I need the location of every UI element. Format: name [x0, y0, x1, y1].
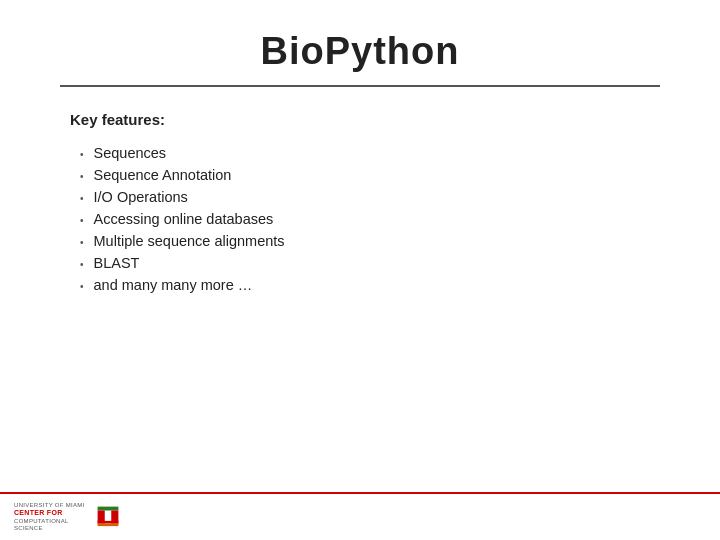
list-item-text: Sequences: [94, 145, 167, 161]
university-label: UNIVERSITY OF MIAMI: [14, 502, 85, 509]
section-label: Key features:: [70, 111, 660, 128]
slide: BioPython Key features: •Sequences•Seque…: [0, 0, 720, 540]
list-item-text: BLAST: [94, 255, 140, 271]
university-logo: [95, 504, 121, 530]
list-item: •BLAST: [80, 252, 660, 274]
list-item-text: Multiple sequence alignments: [94, 233, 285, 249]
svg-rect-3: [97, 521, 118, 524]
bullet-dot: •: [80, 193, 84, 204]
bullet-dot: •: [80, 237, 84, 248]
list-item-text: Sequence Annotation: [94, 167, 232, 183]
list-item-text: I/O Operations: [94, 189, 188, 205]
bullet-list: •Sequences•Sequence Annotation•I/O Opera…: [80, 142, 660, 296]
center-label3: SCIENCE: [14, 525, 85, 532]
list-item: •Sequence Annotation: [80, 164, 660, 186]
slide-title: BioPython: [60, 30, 660, 73]
footer: UNIVERSITY OF MIAMI CENTER for COMPUTATI…: [0, 492, 720, 540]
list-item: •Multiple sequence alignments: [80, 230, 660, 252]
bullet-dot: •: [80, 171, 84, 182]
bullet-dot: •: [80, 149, 84, 160]
center-label: CENTER for: [14, 509, 85, 517]
title-area: BioPython: [60, 0, 660, 87]
bullet-dot: •: [80, 215, 84, 226]
bullet-dot: •: [80, 259, 84, 270]
footer-logo-text: UNIVERSITY OF MIAMI CENTER for COMPUTATI…: [14, 502, 85, 532]
list-item: •Accessing online databases: [80, 208, 660, 230]
svg-rect-0: [97, 507, 118, 511]
bullet-dot: •: [80, 281, 84, 292]
list-item: •Sequences: [80, 142, 660, 164]
list-item: •I/O Operations: [80, 186, 660, 208]
svg-rect-4: [97, 524, 118, 527]
list-item-text: Accessing online databases: [94, 211, 274, 227]
list-item-text: and many many more …: [94, 277, 253, 293]
center-label2: COMPUTATIONAL: [14, 518, 85, 525]
list-item: •and many many more …: [80, 274, 660, 296]
